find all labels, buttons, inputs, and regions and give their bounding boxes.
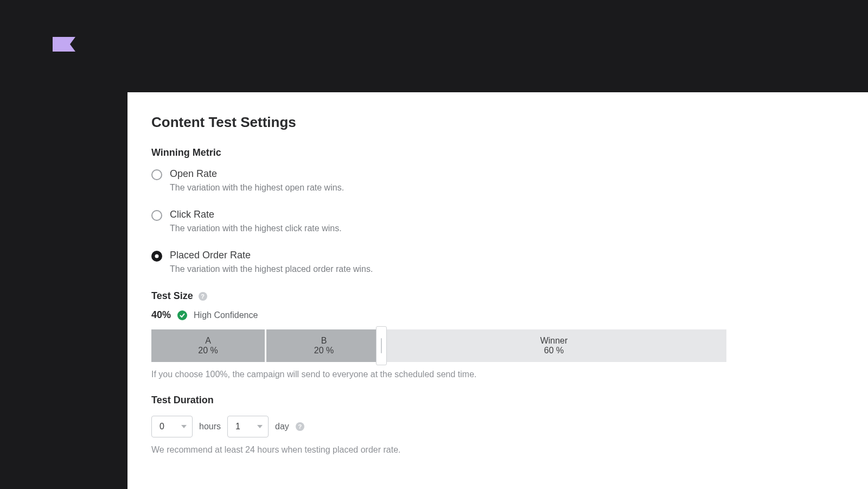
radio-label: Click Rate	[170, 209, 342, 220]
panel-title: Content Test Settings	[151, 114, 844, 131]
help-icon[interactable]: ?	[199, 292, 207, 301]
chevron-down-icon	[181, 425, 187, 428]
winning-metric-radio-group: Open Rate The variation with the highest…	[151, 168, 844, 274]
slider-handle[interactable]	[376, 326, 387, 365]
help-icon[interactable]: ?	[296, 422, 304, 431]
radio-icon	[151, 251, 162, 262]
radio-option-placed-order-rate[interactable]: Placed Order Rate The variation with the…	[151, 250, 844, 274]
duration-recommendation: We recommend at least 24 hours when test…	[151, 445, 844, 455]
radio-description: The variation with the highest click rat…	[170, 224, 342, 233]
test-size-label: Test Size	[151, 290, 193, 302]
chevron-down-icon	[257, 425, 263, 428]
radio-icon	[151, 169, 162, 180]
confidence-text: High Confidence	[194, 310, 258, 320]
slider-segment-a: A 20 %	[151, 329, 266, 362]
test-size-percent: 40%	[151, 309, 171, 321]
radio-label: Placed Order Rate	[170, 250, 373, 261]
brand-logo	[53, 37, 75, 52]
slider-segment-winner: Winner 60 %	[381, 329, 726, 362]
radio-option-open-rate[interactable]: Open Rate The variation with the highest…	[151, 168, 844, 193]
radio-option-click-rate[interactable]: Click Rate The variation with the highes…	[151, 209, 844, 233]
radio-description: The variation with the highest placed or…	[170, 264, 373, 274]
svg-marker-0	[53, 37, 75, 52]
radio-description: The variation with the highest open rate…	[170, 183, 344, 193]
test-size-help-text: If you choose 100%, the campaign will se…	[151, 370, 844, 379]
days-value: 1	[235, 422, 240, 431]
test-size-slider[interactable]: A 20 % B 20 % Winner 60 %	[151, 329, 726, 362]
hours-select[interactable]: 0	[151, 416, 193, 437]
hours-unit: hours	[199, 422, 221, 431]
winning-metric-label: Winning Metric	[151, 147, 844, 158]
days-select[interactable]: 1	[227, 416, 269, 437]
days-unit: day	[275, 422, 289, 431]
radio-label: Open Rate	[170, 168, 344, 180]
slider-segment-b: B 20 %	[266, 329, 381, 362]
check-icon	[177, 310, 187, 320]
grip-icon	[381, 338, 382, 353]
test-duration-label: Test Duration	[151, 395, 844, 406]
settings-panel: Content Test Settings Winning Metric Ope…	[127, 92, 868, 489]
radio-icon	[151, 210, 162, 221]
hours-value: 0	[159, 422, 164, 431]
